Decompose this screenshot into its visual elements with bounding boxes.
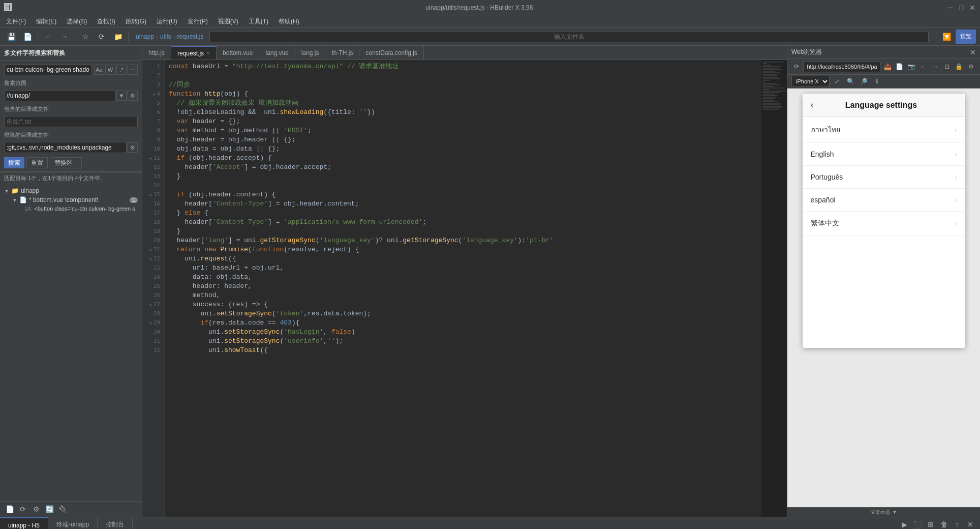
- fold-4[interactable]: ▶: [153, 90, 156, 99]
- lang-back-button[interactable]: ‹: [811, 100, 814, 110]
- url-screenshot-btn[interactable]: 📷: [906, 61, 916, 72]
- menu-publish[interactable]: 发行(P): [183, 15, 212, 27]
- search-input[interactable]: [4, 64, 92, 75]
- bottom-run-btn[interactable]: ▶: [899, 519, 910, 530]
- bottom-dock-btn[interactable]: ⊞: [925, 519, 936, 530]
- tab-th[interactable]: th-TH.js: [325, 46, 359, 60]
- exclude-settings-btn[interactable]: ⚙: [128, 142, 138, 153]
- sync-icon[interactable]: 🔄: [44, 504, 55, 515]
- bottom-tab-console[interactable]: 控制台: [98, 517, 133, 530]
- url-refresh-btn[interactable]: ⟳: [791, 61, 801, 72]
- tab-bottom-label: bottom.vue: [223, 49, 253, 56]
- url-lock-btn[interactable]: 🔒: [954, 61, 964, 72]
- tree-match-item[interactable]: 14: <button class='cu-btn culcon- bg-gre…: [0, 204, 142, 213]
- menu-select[interactable]: 选择(S): [63, 15, 91, 27]
- menu-view[interactable]: 视图(V): [214, 15, 242, 27]
- device-select[interactable]: iPhone X iPhone 6 Android: [791, 76, 830, 87]
- tab-bottom[interactable]: bottom.vue: [217, 46, 259, 60]
- menu-tools[interactable]: 工具(T): [244, 15, 272, 27]
- url-forward-btn[interactable]: →: [930, 61, 940, 72]
- toolbar-filter-btn[interactable]: 🔽: [939, 30, 954, 44]
- toolbar-save-btn[interactable]: 💾: [4, 30, 18, 44]
- search-btn[interactable]: 搜索: [4, 157, 24, 168]
- lang-name-english: English: [811, 150, 834, 158]
- menu-find[interactable]: 查找(I): [93, 15, 119, 27]
- scope-dropdown-btn[interactable]: ▼: [116, 91, 127, 101]
- fold-21[interactable]: ▶: [149, 245, 152, 254]
- tab-constdata[interactable]: constData.config.js: [359, 46, 423, 60]
- toolbar-back-btn[interactable]: ←: [41, 30, 55, 44]
- lang-item-chinese[interactable]: 繁体中文 ›: [803, 212, 965, 236]
- replace-btn[interactable]: 替换区 ↑: [50, 157, 82, 168]
- bottom-stop-btn[interactable]: ⬛: [912, 519, 923, 530]
- tab-lang-js[interactable]: lang.js: [295, 46, 326, 60]
- file-search-input[interactable]: [209, 31, 929, 42]
- tree-child[interactable]: ▼ 📄 * bottom.vue \component\ 1: [0, 195, 142, 204]
- url-stop-btn[interactable]: ⊡: [942, 61, 952, 72]
- zoom-out-icon[interactable]: 🔎: [858, 76, 869, 87]
- url-bar: ⟳ 📤 📄 📷 ← → ⊡ 🔒 ⚙: [787, 59, 980, 75]
- breadcrumb-uinapp[interactable]: uinapp: [136, 33, 154, 40]
- tab-request[interactable]: request.js ✕: [171, 46, 217, 60]
- fold-15[interactable]: ▶: [149, 190, 152, 199]
- fold-29[interactable]: ▶: [149, 318, 152, 328]
- tab-lang-vue[interactable]: lang.vue: [259, 46, 295, 60]
- breadcrumb-file[interactable]: request.js: [177, 33, 203, 40]
- line-20: 20: [142, 236, 164, 245]
- minimize-button[interactable]: ─: [946, 4, 954, 11]
- scope-settings-btn[interactable]: ⚙: [128, 91, 138, 101]
- close-button[interactable]: ✕: [969, 4, 976, 11]
- exclude-input[interactable]: [4, 142, 127, 153]
- reset-btn[interactable]: 重置: [26, 157, 48, 168]
- include-input[interactable]: [4, 116, 138, 127]
- bottom-tab-terminal[interactable]: 终端-uinapp: [48, 517, 98, 530]
- lang-item-spanish[interactable]: español ›: [803, 189, 965, 212]
- code-content[interactable]: const baseUrl = "http://test.tyuanma.cn/…: [165, 60, 761, 517]
- device-info-icon[interactable]: ℹ: [871, 76, 882, 87]
- toolbar-preview-btn[interactable]: 预览: [956, 30, 976, 44]
- case-sensitive-btn[interactable]: Aa: [94, 65, 104, 75]
- fold-22[interactable]: ▶: [149, 254, 152, 263]
- extra-options-btn[interactable]: ⋯: [128, 65, 138, 75]
- zoom-in-icon[interactable]: 🔍: [845, 76, 856, 87]
- fold-27[interactable]: ▶: [149, 300, 152, 309]
- scope-input[interactable]: [4, 90, 115, 101]
- maximize-button[interactable]: □: [958, 4, 965, 11]
- toolbar-forward-btn[interactable]: →: [57, 30, 72, 44]
- bottom-collapse-btn[interactable]: ↑: [952, 519, 963, 530]
- new-file-icon[interactable]: 📄: [4, 504, 15, 515]
- refresh-icon[interactable]: ⟳: [17, 504, 28, 515]
- tree-root[interactable]: ▼ 📁 uinapp: [0, 186, 142, 195]
- url-input[interactable]: [803, 61, 880, 72]
- url-file-btn[interactable]: 📄: [895, 61, 904, 72]
- menu-run[interactable]: 运行(U): [152, 15, 181, 27]
- toolbar-project-btn[interactable]: 📁: [111, 30, 125, 44]
- lang-item-portuguese[interactable]: Português ›: [803, 166, 965, 189]
- url-open-btn[interactable]: 📤: [882, 61, 892, 72]
- regex-btn[interactable]: .*: [116, 65, 127, 75]
- rotate-icon[interactable]: ⤢: [832, 76, 843, 87]
- plugin-icon[interactable]: 🔌: [57, 504, 68, 515]
- lang-item-thai[interactable]: ภาษาไทย ›: [803, 117, 965, 143]
- bottom-clear-btn[interactable]: 🗑: [938, 519, 950, 530]
- bottom-tab-h5[interactable]: uinapp - H5: [0, 517, 48, 530]
- menu-edit[interactable]: 编辑(E): [32, 15, 60, 27]
- word-match-btn[interactable]: W: [105, 65, 115, 75]
- toolbar-star-btn[interactable]: ☆: [78, 30, 93, 44]
- url-devtools-btn[interactable]: ⚙: [966, 61, 976, 72]
- tab-request-close[interactable]: ✕: [206, 50, 210, 56]
- menu-file[interactable]: 文件(F): [2, 15, 30, 27]
- toolbar-history-btn[interactable]: ⟳: [95, 30, 109, 44]
- settings-icon[interactable]: ⚙: [30, 504, 42, 515]
- menu-help[interactable]: 帮助(H): [274, 15, 303, 27]
- preview-close-btn[interactable]: ✕: [970, 48, 976, 56]
- tab-http[interactable]: http.js: [142, 46, 171, 60]
- bottom-close-btn[interactable]: ✕: [965, 519, 976, 530]
- url-back-btn[interactable]: ←: [918, 61, 928, 72]
- code-line-21: return new Promise(function(resolve, rej…: [169, 245, 757, 254]
- toolbar-new-btn[interactable]: 📄: [20, 30, 35, 44]
- menu-jump[interactable]: 跳转(G): [121, 15, 150, 27]
- fold-11[interactable]: ▶: [149, 154, 152, 163]
- breadcrumb-utils[interactable]: utils: [160, 33, 171, 40]
- lang-item-english[interactable]: English ›: [803, 143, 965, 166]
